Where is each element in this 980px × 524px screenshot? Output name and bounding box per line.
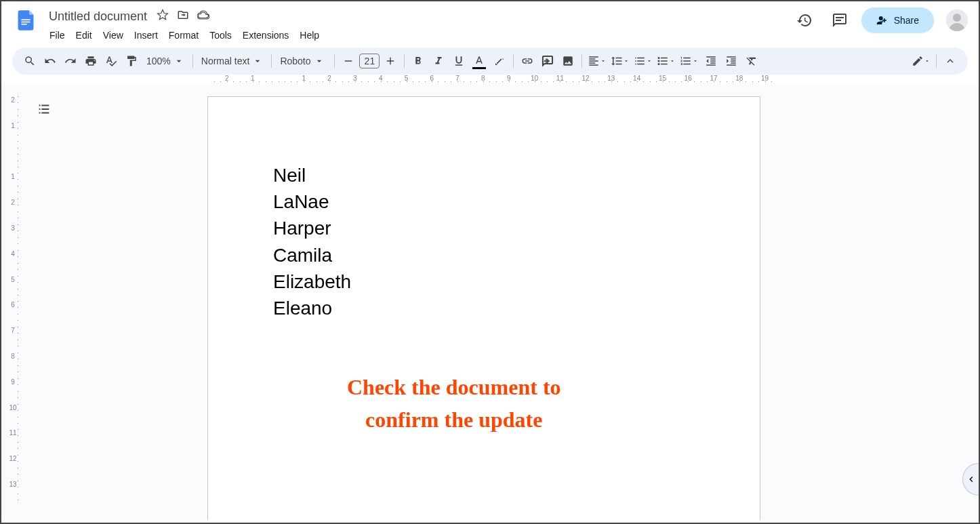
move-icon[interactable] (177, 9, 189, 24)
svg-point-7 (658, 57, 660, 59)
outline-toggle-icon[interactable] (34, 99, 54, 119)
vertical-ruler[interactable]: 2112345678910111213 (1, 85, 24, 520)
docs-logo[interactable] (12, 7, 39, 34)
star-icon[interactable] (157, 9, 169, 24)
menu-edit[interactable]: Edit (71, 27, 97, 43)
indent-decrease-icon[interactable] (701, 52, 720, 70)
document-content[interactable]: NeilLaNaeHarperCamilaElizabethEleano (273, 162, 695, 321)
zoom-select[interactable]: 100% (142, 52, 188, 70)
collapse-toolbar-icon[interactable] (941, 52, 960, 70)
redo-icon[interactable] (61, 52, 80, 70)
menu-help[interactable]: Help (295, 27, 324, 43)
svg-point-9 (658, 63, 660, 65)
share-button[interactable]: Share (861, 7, 934, 33)
menu-tools[interactable]: Tools (205, 27, 237, 43)
clear-formatting-icon[interactable] (742, 52, 761, 70)
insert-image-icon[interactable] (558, 52, 577, 70)
font-size-input[interactable] (359, 54, 380, 68)
menu-bar: File Edit View Insert Format Tools Exten… (45, 26, 791, 45)
style-select[interactable]: Normal text (197, 52, 268, 70)
doc-line[interactable]: Eleano (273, 295, 695, 321)
cloud-icon[interactable] (197, 9, 209, 24)
numbered-list-icon[interactable] (678, 52, 700, 70)
undo-icon[interactable] (41, 52, 60, 70)
search-icon[interactable] (20, 52, 39, 70)
doc-line[interactable]: LaNae (273, 188, 695, 215)
doc-line[interactable]: Elizabeth (273, 268, 695, 295)
indent-increase-icon[interactable] (722, 52, 741, 70)
print-icon[interactable] (81, 52, 100, 70)
svg-point-8 (658, 60, 660, 62)
highlight-icon[interactable] (490, 52, 509, 70)
doc-line[interactable]: Harper (273, 215, 695, 241)
font-size-decrease[interactable] (339, 52, 358, 70)
link-icon[interactable] (518, 52, 537, 70)
bold-icon[interactable] (409, 52, 428, 70)
menu-extensions[interactable]: Extensions (238, 27, 293, 43)
font-size-increase[interactable] (381, 52, 400, 70)
share-label: Share (894, 15, 919, 26)
italic-icon[interactable] (429, 52, 448, 70)
app-header: Untitled document File Edit View Insert … (1, 1, 979, 45)
paint-format-icon[interactable] (122, 52, 141, 70)
menu-file[interactable]: File (45, 27, 70, 43)
svg-point-6 (953, 14, 961, 22)
toolbar: 100% Normal text Roboto (12, 47, 968, 75)
text-color-icon[interactable] (470, 52, 489, 70)
underline-icon[interactable] (449, 52, 468, 70)
menu-view[interactable]: View (98, 27, 128, 43)
svg-rect-2 (21, 24, 26, 25)
doc-line[interactable]: Neil (273, 162, 695, 188)
doc-line[interactable]: Camila (273, 242, 695, 268)
comments-icon[interactable] (826, 7, 853, 34)
doc-title[interactable]: Untitled document (45, 8, 151, 25)
font-select[interactable]: Roboto (276, 52, 330, 70)
svg-rect-3 (836, 17, 844, 18)
bullet-list-icon[interactable] (655, 52, 677, 70)
horizontal-ruler[interactable]: 2112345678910111213141516171819 (24, 75, 979, 85)
align-icon[interactable] (586, 52, 608, 70)
document-page[interactable]: NeilLaNaeHarperCamilaElizabethEleano (207, 96, 760, 520)
svg-rect-4 (836, 20, 841, 21)
user-avatar[interactable] (946, 9, 968, 31)
add-comment-icon[interactable] (538, 52, 557, 70)
spellcheck-icon[interactable] (102, 52, 121, 70)
line-spacing-icon[interactable] (609, 52, 631, 70)
menu-format[interactable]: Format (164, 27, 203, 43)
checklist-icon[interactable] (632, 52, 654, 70)
document-scroll-area[interactable]: NeilLaNaeHarperCamilaElizabethEleano (24, 85, 979, 520)
svg-rect-0 (21, 19, 30, 20)
svg-rect-1 (21, 22, 30, 23)
history-icon[interactable] (791, 7, 818, 34)
title-area: Untitled document File Edit View Insert … (45, 7, 791, 45)
menu-insert[interactable]: Insert (129, 27, 163, 43)
editing-mode-icon[interactable] (910, 52, 932, 70)
